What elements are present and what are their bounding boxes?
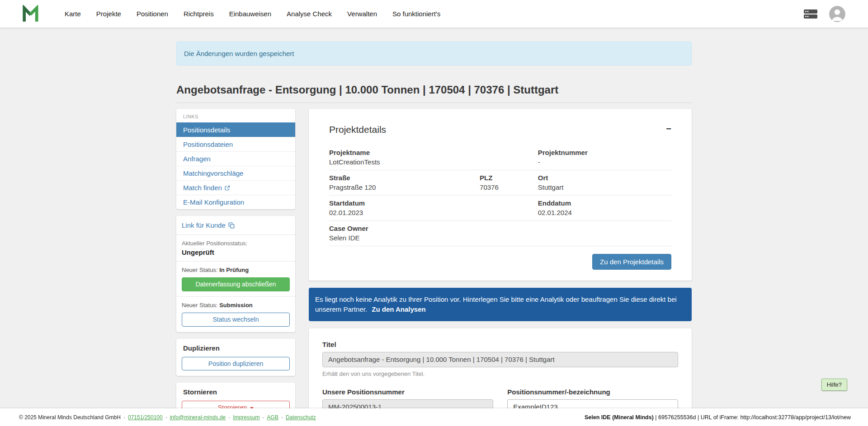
footer-left: © 2025 Mineral Minds Deutschland GmbH · … xyxy=(19,414,316,421)
field-label: Projektnummer xyxy=(538,149,671,156)
field-value: 02.01.2024 xyxy=(538,209,671,216)
field-strasse: Straße Pragstraße 120 xyxy=(329,174,480,191)
help-button[interactable]: Hilfe? xyxy=(821,379,847,391)
impressum-link[interactable]: Impressum xyxy=(233,414,259,421)
next-status-2: Neuer Status: Submission xyxy=(182,302,290,309)
server-icon[interactable] xyxy=(804,9,817,19)
external-link-icon xyxy=(225,185,230,191)
footer: © 2025 Mineral Minds Deutschland GmbH · … xyxy=(0,408,868,426)
logo-icon xyxy=(21,5,39,23)
sidebar: LINKS Positionsdetails Positionsdateien … xyxy=(176,109,295,426)
sidebar-item-positionsdetails[interactable]: Positionsdetails xyxy=(176,122,295,137)
page-title: Angebotsanfrage - Entsorgung | 10.000 To… xyxy=(176,84,692,103)
sidebar-item-label: Matchingvorschläge xyxy=(183,169,243,177)
field-label: Startdatum xyxy=(329,199,538,207)
field-startdatum: Startdatum 02.01.2023 xyxy=(329,199,538,216)
next-status-prefix: Neuer Status: xyxy=(182,302,218,309)
divider xyxy=(176,296,295,297)
project-details-card: Projektdetails − Projektname LotCreation… xyxy=(309,109,692,281)
main-column: Projektdetails − Projektname LotCreation… xyxy=(309,109,692,426)
iframe-url-info: | 69576255536d | URL of iFrame: http://l… xyxy=(654,414,851,421)
field-value: 02.01.2023 xyxy=(329,209,538,216)
field-plz: PLZ 70376 xyxy=(480,174,538,191)
analytics-link[interactable]: Zu den Analysen xyxy=(372,305,425,313)
field-case-owner: Case Owner Selen IDE xyxy=(329,225,671,242)
links-card: LINKS Positionsdetails Positionsdateien … xyxy=(176,109,295,209)
project-details-button[interactable]: Zu den Projektdetails xyxy=(592,254,671,270)
avatar[interactable] xyxy=(829,6,845,22)
next-status-1: Neuer Status: In Prüfung xyxy=(182,267,290,273)
field-enddatum: Enddatum 02.01.2024 xyxy=(538,199,671,216)
nav-item-projekte[interactable]: Projekte xyxy=(96,10,121,18)
datenschutz-link[interactable]: Datenschutz xyxy=(286,414,316,421)
sidebar-item-matchingvorschlaege[interactable]: Matchingvorschläge xyxy=(176,166,295,180)
nav-item-analyse-check[interactable]: Analyse Check xyxy=(287,10,332,18)
field-label: Ort xyxy=(538,174,671,182)
page-container: Die Änderungen wurden gespeichert Angebo… xyxy=(176,42,692,426)
duplicate-card: Duplizieren Position duplizieren xyxy=(176,339,295,376)
finish-data-entry-button[interactable]: Datenerfassung abschließen xyxy=(182,277,290,291)
nav-item-richtpreis[interactable]: Richtpreis xyxy=(184,10,214,18)
next-status-prefix: Neuer Status: xyxy=(182,267,218,273)
field-label: PLZ xyxy=(480,174,538,182)
sidebar-item-label: Match finden xyxy=(183,184,222,192)
field-label: Enddatum xyxy=(538,199,671,207)
copyright-text: © 2025 Mineral Minds Deutschland GmbH xyxy=(19,414,121,421)
field-label: Straße xyxy=(329,174,480,182)
field-value: 70376 xyxy=(480,183,538,191)
content-row: LINKS Positionsdetails Positionsdateien … xyxy=(176,109,692,426)
field-value: LotCreationTests xyxy=(329,158,538,166)
field-value: Pragstraße 120 xyxy=(329,183,480,191)
divider xyxy=(176,234,295,235)
navbar-right xyxy=(804,6,845,22)
agb-link[interactable]: AGB xyxy=(267,414,278,421)
field-projektnummer: Projektnummer - xyxy=(538,149,671,166)
duplicate-position-button[interactable]: Position duplizieren xyxy=(182,357,290,371)
analytics-banner-text: Es liegt noch keine Analytik zu Ihrer Po… xyxy=(315,295,677,313)
current-status-label: Aktueller Positionsstatus: xyxy=(182,240,290,247)
current-status-value: Ungeprüft xyxy=(182,248,290,256)
duplicate-title: Duplizieren xyxy=(182,344,290,352)
project-field-row: Startdatum 02.01.2023 Enddatum 02.01.202… xyxy=(329,196,671,221)
copy-icon xyxy=(228,222,235,229)
links-header: LINKS xyxy=(176,109,295,122)
separator: · xyxy=(123,414,125,421)
email-link[interactable]: info@mineral-minds.de xyxy=(170,414,226,421)
field-projektname: Projektname LotCreationTests xyxy=(329,149,538,166)
sidebar-item-label: Positionsdateien xyxy=(183,140,233,148)
nav-item-verwalten[interactable]: Verwalten xyxy=(347,10,377,18)
sidebar-item-match-finden[interactable]: Match finden xyxy=(176,180,295,195)
field-ort: Ort Stuttgart xyxy=(538,174,671,191)
status-card: Link für Kunde Aktueller Positionsstatus… xyxy=(176,216,295,332)
sidebar-item-positionsdateien[interactable]: Positionsdateien xyxy=(176,137,295,151)
separator: · xyxy=(281,414,283,421)
navbar: Karte Projekte Positionen Richtpreis Ein… xyxy=(0,0,868,28)
field-value: Stuttgart xyxy=(538,183,671,191)
logo[interactable] xyxy=(21,5,39,23)
user-icon xyxy=(829,6,845,22)
position-number-label: Positionsnummer/-bezeichnung xyxy=(507,388,678,396)
collapse-icon[interactable]: − xyxy=(666,124,671,133)
field-value: - xyxy=(538,158,671,166)
field-label: Case Owner xyxy=(329,225,671,232)
user-info: Selen IDE (Mineral Minds) xyxy=(585,414,654,421)
sidebar-item-email-konfiguration[interactable]: E-Mail Konfiguration xyxy=(176,195,295,209)
customer-link[interactable]: Link für Kunde xyxy=(182,221,235,229)
separator: · xyxy=(165,414,167,421)
nav-item-karte[interactable]: Karte xyxy=(65,10,81,18)
project-field-row: Projektname LotCreationTests Projektnumm… xyxy=(329,145,671,170)
switch-status-button[interactable]: Status wechseln xyxy=(182,313,290,327)
separator: · xyxy=(228,414,230,421)
nav-item-einbauweisen[interactable]: Einbauweisen xyxy=(229,10,271,18)
project-field-row: Straße Pragstraße 120 PLZ 70376 Ort Stut… xyxy=(329,170,671,196)
field-label: Projektname xyxy=(329,149,538,156)
phone-link[interactable]: 07151/250100 xyxy=(128,414,163,421)
main-nav: Karte Projekte Positionen Richtpreis Ein… xyxy=(65,10,804,18)
analytics-banner: Es liegt noch keine Analytik zu Ihrer Po… xyxy=(309,288,692,321)
nav-item-positionen[interactable]: Positionen xyxy=(137,10,168,18)
sidebar-item-anfragen[interactable]: Anfragen xyxy=(176,151,295,166)
sidebar-item-label: Positionsdetails xyxy=(183,126,230,134)
sidebar-item-label: Anfragen xyxy=(183,155,211,163)
session-info: Selen IDE (Mineral Minds) | 69576255536d… xyxy=(585,414,851,421)
nav-item-so-funktionierts[interactable]: So funktioniert's xyxy=(392,10,440,18)
